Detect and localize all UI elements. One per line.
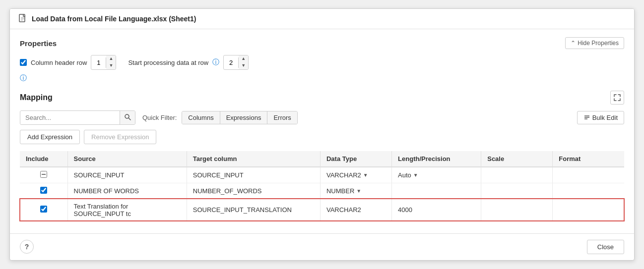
chevron-up-icon: ⌃ — [571, 40, 576, 47]
dropdown-arrow-icon: ▼ — [363, 172, 368, 178]
length-value: Auto — [398, 171, 411, 179]
action-row: Add Expression Remove Expression — [20, 130, 624, 144]
properties-help-icon[interactable]: ⓘ — [20, 74, 27, 82]
col-header-include: Include — [20, 151, 67, 167]
start-processing-down[interactable]: ▼ — [239, 62, 248, 69]
start-processing-value: 2 — [224, 57, 239, 68]
column-header-label: Column header row — [31, 59, 87, 66]
svg-point-4 — [125, 114, 129, 118]
file-icon — [18, 14, 28, 24]
cell-target: SOURCE_INPUT — [187, 167, 320, 183]
row-checkbox[interactable] — [40, 187, 47, 194]
table-row: NUMBER OF WORDSNUMBER_OF_WORDSNUMBER ▼ — [20, 183, 624, 199]
cell-target: SOURCE_INPUT_TRANSLATION — [187, 199, 320, 221]
search-icon — [124, 113, 131, 120]
quick-filter-label: Quick Filter: — [142, 114, 177, 121]
start-processing-arrows: ▲ ▼ — [239, 55, 248, 69]
start-processing-spinner: 2 ▲ ▼ — [223, 55, 249, 69]
properties-row: Column header row 1 ▲ ▼ Start processing… — [20, 55, 624, 69]
cell-source: NUMBER OF WORDS — [67, 183, 187, 199]
col-header-length: Length/Precision — [392, 151, 481, 167]
mapping-table: Include Source Target column Data Type L… — [20, 151, 624, 221]
bulk-edit-icon — [583, 114, 590, 121]
window-title: Load Data from Local File Language.xlsx … — [32, 15, 196, 23]
col-header-target: Target column — [187, 151, 320, 167]
main-window: Load Data from Local File Language.xlsx … — [9, 8, 635, 260]
mapping-section: Mapping — [20, 91, 624, 221]
filter-errors-button[interactable]: Errors — [267, 111, 297, 124]
expand-button[interactable] — [610, 91, 624, 105]
cell-format — [553, 183, 624, 199]
properties-title: Properties — [20, 39, 57, 48]
col-header-format: Format — [553, 151, 624, 167]
cell-datatype: VARCHAR2 — [320, 199, 391, 221]
cell-include — [20, 167, 67, 183]
datatype-value: NUMBER — [326, 187, 354, 195]
cell-format — [553, 199, 624, 221]
svg-rect-2 — [21, 19, 24, 19]
filter-columns-button[interactable]: Columns — [182, 111, 220, 124]
toolbar-row: Quick Filter: Columns Expressions Errors… — [20, 110, 624, 125]
dropdown-arrow-icon: ▼ — [356, 188, 361, 194]
expand-icon — [614, 94, 621, 101]
svg-rect-1 — [21, 17, 24, 18]
search-button[interactable] — [120, 111, 135, 124]
bulk-edit-label: Bulk Edit — [592, 114, 618, 121]
svg-line-5 — [129, 118, 131, 120]
length-dropdown-arrow-icon: ▼ — [413, 172, 418, 178]
column-header-down[interactable]: ▼ — [106, 62, 116, 69]
toolbar-left: Quick Filter: Columns Expressions Errors — [20, 110, 298, 125]
col-header-scale: Scale — [481, 151, 553, 167]
remove-expression-button[interactable]: Remove Expression — [84, 130, 156, 144]
column-header-spinner: 1 ▲ ▼ — [91, 55, 116, 69]
footer: ? Close — [10, 233, 634, 260]
cell-length — [392, 183, 481, 199]
properties-header: Properties ⌃ Hide Properties — [20, 37, 624, 49]
column-header-value: 1 — [91, 57, 106, 68]
table-row: Text Translation for SOURCE_INPUT tcSOUR… — [20, 199, 624, 221]
hide-properties-label: Hide Properties — [578, 40, 619, 47]
type-dropdown[interactable]: NUMBER ▼ — [326, 187, 361, 195]
cell-scale — [481, 167, 553, 183]
column-header-checkbox[interactable] — [20, 59, 27, 66]
content-area: Properties ⌃ Hide Properties Column head… — [10, 29, 634, 229]
search-input[interactable] — [20, 111, 120, 124]
col-header-source: Source — [67, 151, 187, 167]
mapping-header-row: Mapping — [20, 91, 624, 105]
cell-datatype[interactable]: NUMBER ▼ — [320, 183, 391, 199]
column-header-arrows: ▲ ▼ — [106, 55, 116, 69]
column-header-row-prop: Column header row 1 ▲ ▼ — [20, 55, 116, 69]
start-processing-prop: Start processing data at row ⓘ 2 ▲ ▼ — [128, 55, 249, 69]
cell-include — [20, 183, 67, 199]
cell-length: 4000 — [392, 199, 481, 221]
close-button[interactable]: Close — [587, 240, 624, 254]
length-dropdown[interactable]: Auto ▼ — [398, 171, 475, 179]
cell-source: Text Translation for SOURCE_INPUT tc — [67, 199, 187, 221]
col-header-datatype: Data Type — [320, 151, 391, 167]
search-wrapper — [20, 110, 135, 125]
datatype-value: VARCHAR2 — [326, 171, 361, 179]
cell-datatype[interactable]: VARCHAR2 ▼ — [320, 167, 391, 183]
hide-properties-button[interactable]: ⌃ Hide Properties — [565, 37, 624, 49]
cell-format — [553, 167, 624, 183]
title-bar: Load Data from Local File Language.xlsx … — [10, 9, 634, 29]
cell-source: SOURCE_INPUT — [67, 167, 187, 183]
help-button[interactable]: ? — [20, 240, 34, 254]
cell-target: NUMBER_OF_WORDS — [187, 183, 320, 199]
row-checkbox[interactable] — [40, 171, 47, 178]
svg-rect-3 — [21, 20, 23, 20]
column-header-up[interactable]: ▲ — [106, 55, 116, 62]
row-checkbox[interactable] — [40, 206, 47, 213]
filter-expressions-button[interactable]: Expressions — [220, 111, 268, 124]
cell-length[interactable]: Auto ▼ — [392, 167, 481, 183]
cell-include — [20, 199, 67, 221]
type-dropdown[interactable]: VARCHAR2 ▼ — [326, 171, 368, 179]
table-row: SOURCE_INPUTSOURCE_INPUTVARCHAR2 ▼Auto ▼ — [20, 167, 624, 183]
svg-rect-0 — [19, 14, 25, 22]
add-expression-button[interactable]: Add Expression — [20, 130, 80, 144]
start-processing-up[interactable]: ▲ — [239, 55, 248, 62]
start-processing-help-icon[interactable]: ⓘ — [212, 58, 219, 67]
cell-scale — [481, 199, 553, 221]
filter-btn-group: Columns Expressions Errors — [182, 111, 298, 124]
bulk-edit-button[interactable]: Bulk Edit — [577, 111, 624, 124]
